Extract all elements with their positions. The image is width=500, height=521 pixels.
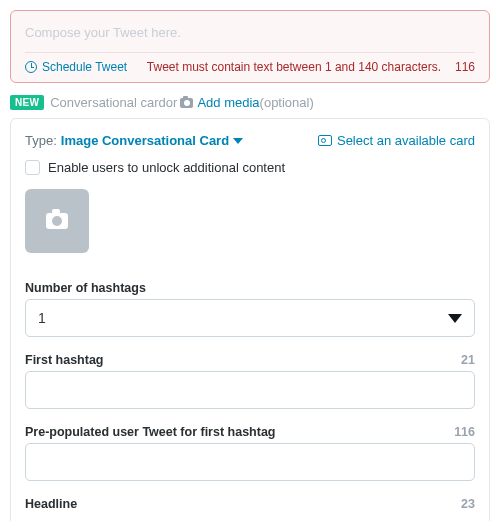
prepopulated-tweet-input[interactable] — [25, 443, 475, 481]
compose-footer: Schedule Tweet Tweet must contain text b… — [25, 52, 475, 74]
clock-icon — [25, 61, 37, 73]
camera-icon — [46, 213, 68, 229]
first-hashtag-label: First hashtag — [25, 353, 104, 367]
card-type-label: Type: — [25, 133, 57, 148]
chevron-down-icon — [233, 138, 243, 144]
compose-char-count: 116 — [455, 60, 475, 74]
add-media-link[interactable]: Add media — [197, 95, 259, 110]
compose-textarea[interactable]: Compose your Tweet here. — [25, 23, 475, 52]
first-hashtag-input[interactable] — [25, 371, 475, 409]
number-of-hashtags-label: Number of hashtags — [25, 281, 146, 295]
card-header: Type: Image Conversational Card Select a… — [25, 133, 475, 148]
prepopulated-tweet-field: Pre-populated user Tweet for first hasht… — [25, 425, 475, 481]
number-of-hashtags-select[interactable]: 1 — [25, 299, 475, 337]
unlock-content-label: Enable users to unlock additional conten… — [48, 160, 285, 175]
or-text: or — [166, 95, 178, 110]
optional-text: (optional) — [260, 95, 314, 110]
conversational-card-label: Conversational card — [50, 95, 166, 110]
first-hashtag-field: First hashtag 21 — [25, 353, 475, 409]
card-type-value: Image Conversational Card — [61, 133, 229, 148]
headline-count: 23 — [461, 497, 475, 511]
camera-icon — [180, 98, 193, 108]
prepopulated-tweet-count: 116 — [454, 425, 475, 439]
first-hashtag-count: 21 — [461, 353, 475, 367]
unlock-content-row: Enable users to unlock additional conten… — [25, 160, 475, 175]
number-of-hashtags-field: Number of hashtags 1 — [25, 281, 475, 337]
compose-tweet-box: Compose your Tweet here. Schedule Tweet … — [10, 10, 490, 83]
unlock-content-checkbox[interactable] — [25, 160, 40, 175]
card-mode-subheader: NEW Conversational card or Add media (op… — [10, 95, 490, 110]
conversational-card-panel: Type: Image Conversational Card Select a… — [10, 118, 490, 521]
card-type-dropdown[interactable]: Image Conversational Card — [61, 133, 243, 148]
headline-label: Headline — [25, 497, 77, 511]
headline-field: Headline 23 — [25, 497, 475, 511]
new-badge: NEW — [10, 95, 44, 110]
number-of-hashtags-value: 1 — [38, 310, 46, 326]
select-available-card-link[interactable]: Select an available card — [337, 133, 475, 148]
schedule-tweet-link[interactable]: Schedule Tweet — [42, 60, 127, 74]
card-library-icon — [318, 135, 332, 146]
image-upload-box[interactable] — [25, 189, 89, 253]
prepopulated-tweet-label: Pre-populated user Tweet for first hasht… — [25, 425, 276, 439]
compose-error-text: Tweet must contain text between 1 and 14… — [147, 60, 441, 74]
chevron-down-icon — [448, 314, 462, 323]
